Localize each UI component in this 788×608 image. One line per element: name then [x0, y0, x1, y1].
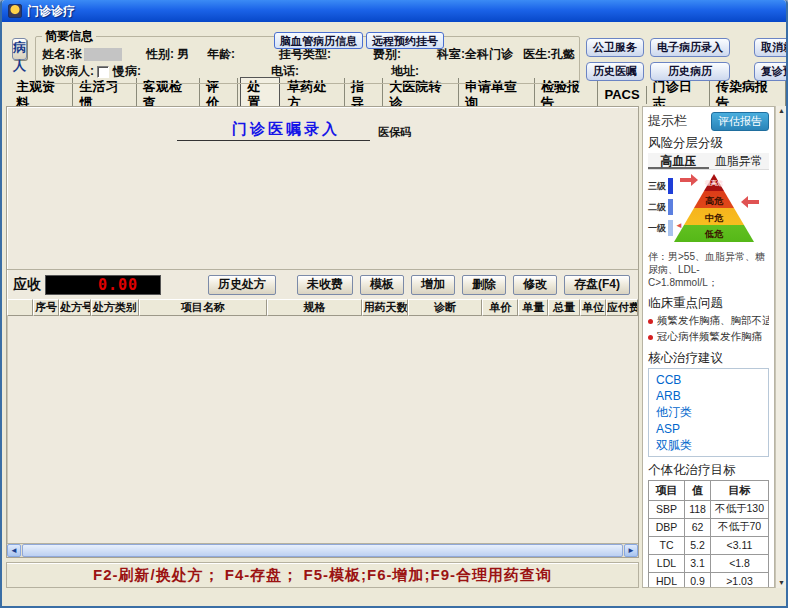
modify-button[interactable]: 修改 — [513, 275, 557, 295]
col-total-qty[interactable]: 总量 — [548, 299, 580, 316]
address-label: 地址: — [391, 63, 419, 80]
sidebar-scrollbar[interactable]: ▲ ▼ — [775, 106, 787, 588]
cerebrovascular-record-button[interactable]: 脑血管病历信息 — [274, 32, 363, 49]
risk-pyramid: 三级 二级 一级 很高危 高危 中危 低危 ◄ — [648, 174, 769, 246]
rx-grid-header: 序号 处方号 处方类别 项目名称 规格 用药天数 诊断 单价 单量 总量 单位 … — [7, 299, 638, 316]
col-spec[interactable]: 规格 — [267, 299, 363, 316]
core-advice-heading: 核心治疗建议 — [648, 350, 769, 366]
table-row: LDL3.1<1.8 — [649, 554, 769, 572]
gender-label: 性别: — [146, 46, 174, 63]
col-unit-qty[interactable]: 单量 — [518, 299, 548, 316]
col-rx-type[interactable]: 处方类别 — [91, 299, 139, 316]
col-rx-no[interactable]: 处方号 — [59, 299, 91, 316]
bullet-icon — [648, 319, 653, 324]
assessment-report-button[interactable]: 评估报告 — [711, 112, 769, 131]
col-days[interactable]: 用药天数 — [362, 299, 408, 316]
tips-panel-title: 提示栏 — [648, 112, 687, 130]
low-risk-label: 低危 — [674, 228, 754, 241]
scroll-right-icon[interactable]: ► — [624, 544, 638, 557]
risk-tab-dyslipidemia[interactable]: 血脂异常 — [709, 153, 770, 169]
name-label: 姓名: — [42, 46, 70, 63]
public-health-button[interactable]: 公卫服务 — [586, 38, 644, 57]
unpaid-button[interactable]: 未收费 — [297, 275, 353, 295]
title-bar[interactable]: 门诊诊疗 — [2, 0, 786, 22]
grade-3-label: 三级 — [648, 180, 666, 193]
agreement-label: 协议病人: — [42, 63, 94, 80]
risk-stratification-heading: 风险分层分级 — [648, 135, 769, 151]
col-unit[interactable]: 单位 — [580, 299, 606, 316]
horizontal-scrollbar[interactable]: ◄ ► — [7, 543, 638, 557]
followup-appointment-button[interactable]: 复诊预约 — [754, 62, 788, 81]
history-records-button[interactable]: 历史病历 — [650, 62, 730, 81]
name-value: 张 — [70, 46, 82, 63]
remote-appointment-button[interactable]: 远程预约挂号 — [366, 32, 444, 49]
advice-link-statin[interactable]: 他汀类 — [656, 404, 761, 420]
target-heading: 个体化治疗目标 — [648, 462, 769, 478]
grade-1-bar-icon — [668, 220, 673, 236]
patient-button[interactable]: 病人 — [12, 38, 27, 60]
header-actions: 公卫服务 历史医嘱 电子病历录入 历史病历 取消就诊 复诊预约 — [586, 38, 788, 84]
risk-tab-hypertension[interactable]: 高血压 — [648, 153, 709, 169]
tab-pacs[interactable]: PACS — [598, 86, 646, 104]
main-tabstrip: 主观资料 生活习惯 客观检查 评价 处置 草药处方 指导 大医院转诊 申请单查询… — [2, 84, 786, 106]
doctor-label: 医生: — [523, 46, 551, 63]
fee-due-label: 应收 — [13, 276, 41, 294]
col-diagnosis[interactable]: 诊断 — [408, 299, 482, 316]
advice-link-biguanide[interactable]: 双胍类 — [656, 437, 761, 453]
grade-1-label: 一级 — [648, 222, 666, 235]
save-f4-button[interactable]: 存盘(F4) — [564, 275, 630, 295]
table-row: TC5.2<3.11 — [649, 536, 769, 554]
high-risk-arrow-icon — [748, 200, 759, 204]
col-unit-price[interactable]: 单价 — [482, 299, 518, 316]
emr-entry-button[interactable]: 电子病历录入 — [650, 38, 730, 57]
scroll-down-icon[interactable]: ▼ — [778, 579, 785, 587]
col-payable[interactable]: 应付费 — [606, 299, 638, 316]
app-icon — [8, 4, 22, 18]
gender-value: 男 — [177, 46, 189, 63]
app-window: 门诊诊疗 病人 简要信息 脑血管病历信息 远程预约挂号 姓名: 张 性别: 男 … — [0, 0, 788, 608]
apex-arrow-icon — [680, 178, 691, 182]
order-entry-panel: 门诊医嘱录入 医保码 应收 0.00 历史处方 未收费 模板 增加 删除 修改 … — [6, 106, 639, 558]
grade-2-label: 二级 — [648, 201, 666, 214]
brief-info-title: 简要信息 — [42, 28, 96, 45]
table-row: HDL0.9>1.03 — [649, 572, 769, 588]
patient-header: 病人 简要信息 脑血管病历信息 远程预约挂号 姓名: 张 性别: 男 年龄: 挂… — [2, 22, 786, 84]
fkey-hint-text: F2-刷新/换处方； F4-存盘； F5-模板;F6-增加;F9-合理用药查询 — [93, 566, 552, 585]
add-button[interactable]: 增加 — [411, 275, 455, 295]
advice-link-ccb[interactable]: CCB — [656, 372, 761, 388]
col-seq[interactable]: 序号 — [33, 299, 59, 316]
scroll-up-icon[interactable]: ▲ — [778, 107, 785, 115]
clinical-item: 频繁发作胸痛、胸部不适 — [657, 314, 769, 328]
target-col-goal: 目标 — [711, 480, 769, 500]
order-entry-title: 门诊医嘱录入 — [232, 120, 340, 137]
target-col-value: 值 — [685, 480, 711, 500]
insurance-code-label: 医保码 — [378, 125, 411, 140]
table-row: DBP62不低于70 — [649, 518, 769, 536]
scroll-left-icon[interactable]: ◄ — [7, 544, 21, 557]
advice-link-asp[interactable]: ASP — [656, 421, 761, 437]
col-selector[interactable] — [7, 299, 33, 316]
scrollbar-thumb[interactable] — [22, 544, 623, 557]
history-rx-button[interactable]: 历史处方 — [208, 275, 276, 295]
history-orders-button[interactable]: 历史医嘱 — [586, 62, 644, 81]
core-advice-box: CCB ARB 他汀类 ASP 双胍类 — [648, 368, 769, 457]
delete-button[interactable]: 删除 — [462, 275, 506, 295]
template-button[interactable]: 模板 — [360, 275, 404, 295]
cancel-visit-button[interactable]: 取消就诊 — [754, 38, 788, 57]
order-entry-blank[interactable] — [7, 141, 638, 269]
brief-info-group: 简要信息 脑血管病历信息 远程预约挂号 姓名: 张 性别: 男 年龄: 挂号类型… — [35, 28, 580, 84]
target-table: 项目 值 目标 SBP118不低于130 DBP62不低于70 TC5.2<3.… — [648, 480, 769, 588]
target-col-item: 项目 — [649, 480, 685, 500]
bullet-icon — [648, 335, 653, 340]
rx-grid-body[interactable] — [7, 316, 638, 543]
agreement-checkbox[interactable] — [97, 66, 109, 78]
fee-due-display: 0.00 — [45, 275, 161, 295]
advice-link-arb[interactable]: ARB — [656, 388, 761, 404]
grade-3-bar-icon — [668, 178, 673, 194]
col-item-name[interactable]: 项目名称 — [139, 299, 267, 316]
window-title: 门诊诊疗 — [27, 3, 75, 20]
medium-risk-label: 中危 — [674, 212, 754, 225]
chronic-label: 慢病: — [113, 63, 141, 80]
fkey-hint-bar: F2-刷新/换处方； F4-存盘； F5-模板;F6-增加;F9-合理用药查询 — [6, 562, 639, 588]
grade1-arrow-icon: ◄ — [675, 221, 683, 230]
